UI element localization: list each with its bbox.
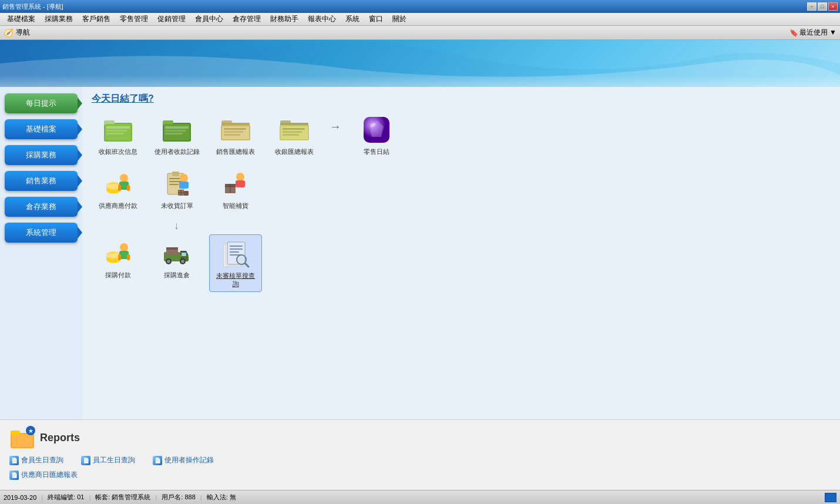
reports-links: 📄 會員生日查詢 📄 員工生日查詢 📄 使用者操作記錄	[9, 454, 831, 466]
recent-label: 最近使用 ▼	[799, 28, 836, 38]
svg-point-33	[120, 174, 128, 182]
reports-header: ★ Reports	[9, 425, 831, 451]
svg-point-59	[120, 243, 128, 251]
svg-rect-78	[230, 251, 239, 253]
svg-rect-50	[236, 180, 245, 187]
maximize-button[interactable]: □	[818, 2, 827, 11]
status-date: 2019-03-20	[4, 494, 36, 501]
statusbar: 2019-03-20 | 終端編號: 01 | 帳套: 銷售管理系統 | 用戶名…	[0, 490, 840, 504]
toolbar-left: 🧭 導航	[4, 28, 30, 38]
window-controls: − □ ×	[807, 2, 838, 11]
cashier-summary-label: 收銀匯總報表	[275, 147, 314, 156]
svg-rect-72	[166, 247, 178, 250]
user-receipt-label: 使用者收款記錄	[154, 147, 200, 156]
menu-baobiao[interactable]: 報表中心	[303, 13, 341, 25]
nav-label: 導航	[16, 28, 30, 38]
folder-green-icon	[103, 115, 133, 145]
svg-rect-10	[165, 130, 186, 132]
close-button[interactable]: ×	[828, 2, 838, 11]
wave-decoration	[0, 40, 840, 87]
svg-rect-35	[118, 185, 121, 191]
arrow-icon: →	[327, 111, 344, 142]
report-link-user-ops[interactable]: 📄 使用者操作記錄	[153, 454, 214, 466]
folder-open2-icon	[279, 115, 310, 145]
icon-smart-restock[interactable]: 智能補貨	[209, 165, 262, 213]
icon-purchase-receipt[interactable]: 採購進倉	[150, 234, 203, 293]
icon-row-3: 採購付款	[92, 234, 831, 293]
icon-sales-summary[interactable]: 銷售匯總報表	[209, 111, 262, 159]
svg-rect-85	[12, 434, 33, 447]
menu-caigou[interactable]: 採購業務	[40, 13, 78, 25]
status-input: 輸入法: 無	[207, 493, 236, 502]
sidebar-item-daily[interactable]: 每日提示	[5, 93, 78, 113]
svg-rect-5	[106, 133, 124, 135]
menu-guanyu[interactable]: 關於	[388, 13, 411, 25]
icon-user-receipt[interactable]: 使用者收款記錄	[150, 111, 203, 159]
recent-button[interactable]: 🔖 最近使用 ▼	[789, 28, 836, 38]
report-link-supplier-daily[interactable]: 📄 供應商日匯總報表	[9, 469, 78, 481]
svg-text:★: ★	[28, 428, 33, 434]
report-member-birthday-label: 會員生日查詢	[21, 455, 63, 465]
unreviewed-orders-label: 未審核單搜查詢	[213, 271, 258, 288]
menu-kehu[interactable]: 客戶銷售	[78, 13, 115, 25]
sidebar: 每日提示 基礎檔案 採購業務 銷售業務 倉存業務 系統管理	[0, 87, 82, 419]
svg-rect-46	[184, 191, 189, 196]
menu-lingshou[interactable]: 零售管理	[115, 13, 153, 25]
purchase-receipt-icon	[162, 238, 192, 268]
icon-unreviewed-orders[interactable]: 未審核單搜查詢	[209, 234, 262, 293]
menu-chuangkou[interactable]: 窗口	[364, 13, 388, 25]
menu-huiyuan[interactable]: 會員中心	[190, 13, 228, 25]
menu-xitong[interactable]: 系統	[341, 13, 364, 25]
svg-rect-61	[118, 254, 121, 260]
icon-daily-close[interactable]: 零售日結	[350, 111, 403, 159]
sidebar-item-basic[interactable]: 基礎檔案	[5, 119, 78, 139]
supplier-payment-icon	[103, 169, 133, 199]
svg-rect-23	[283, 128, 305, 130]
corner-indicator	[825, 493, 836, 502]
wave-header	[0, 40, 840, 87]
reports-section: ★ Reports 📄 會員生日查詢 📄 員工生日查詢 📄 使用者操作記錄 📄 …	[0, 419, 840, 490]
svg-rect-4	[106, 130, 127, 132]
toolbar: 🧭 導航 🔖 最近使用 ▼	[0, 26, 840, 40]
icon-cashier-summary[interactable]: 收銀匯總報表	[268, 111, 321, 159]
menu-jichu[interactable]: 基礎檔案	[2, 13, 40, 25]
purchase-payment-icon	[103, 238, 133, 268]
svg-rect-70	[182, 253, 186, 256]
smart-restock-label: 智能補貨	[223, 201, 248, 210]
minimize-button[interactable]: −	[807, 2, 817, 11]
titlebar: 銷售管理系統 - [導航] − □ ×	[0, 0, 840, 13]
folder-green2-icon	[162, 115, 192, 145]
icon-pending-orders[interactable]: 未收貨訂單	[150, 165, 203, 213]
report-link-staff-birthday[interactable]: 📄 員工生日查詢	[81, 454, 135, 466]
svg-point-69	[181, 260, 184, 263]
svg-rect-17	[224, 131, 243, 133]
svg-point-43	[180, 174, 188, 182]
icon-supplier-payment[interactable]: 供應商應付款	[92, 165, 145, 213]
nav-icon: 🧭	[4, 28, 14, 38]
menu-cuxiao[interactable]: 促銷管理	[153, 13, 190, 25]
svg-rect-62	[127, 254, 130, 260]
menu-caiwu[interactable]: 財務助手	[266, 13, 303, 25]
sidebar-item-purchase[interactable]: 採購業務	[5, 145, 78, 165]
purchase-payment-label: 採購付款	[105, 271, 131, 279]
reports-links-row2: 📄 供應商日匯總報表	[9, 469, 831, 481]
report-link-member-birthday[interactable]: 📄 會員生日查詢	[9, 454, 63, 466]
down-arrow: ↓	[174, 220, 831, 232]
sidebar-item-system[interactable]: 系統管理	[5, 223, 78, 243]
report-staff-birthday-label: 員工生日查詢	[93, 455, 135, 465]
content: 今天日結了嗎? 收銀班次信息	[82, 87, 840, 419]
pending-orders-label: 未收貨訂單	[161, 201, 193, 210]
daily-close-label: 零售日結	[364, 147, 389, 156]
icon-cashier-shift[interactable]: 收銀班次信息	[92, 111, 145, 159]
svg-rect-42	[169, 184, 179, 185]
sidebar-item-warehouse[interactable]: 倉存業務	[5, 197, 78, 217]
status-user: 用戶名: 888	[162, 493, 195, 502]
icon-purchase-payment[interactable]: 採購付款	[92, 234, 145, 293]
sidebar-item-sales[interactable]: 銷售業務	[5, 171, 78, 191]
folder-open-icon	[220, 115, 251, 145]
report-doc-icon-2: 📄	[81, 456, 90, 465]
svg-rect-25	[283, 134, 299, 136]
menu-cangku[interactable]: 倉存管理	[228, 13, 266, 25]
report-user-ops-label: 使用者操作記錄	[164, 455, 214, 465]
report-doc-icon-4: 📄	[9, 471, 19, 480]
